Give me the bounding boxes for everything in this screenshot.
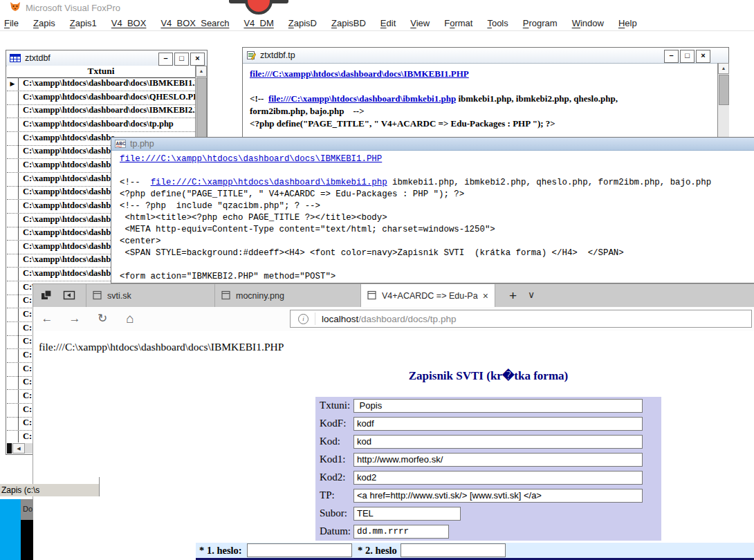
form-input-txtuni[interactable]: Popis	[353, 399, 643, 413]
record-marker-cell	[7, 200, 19, 213]
tab-preview-icon[interactable]	[62, 290, 76, 304]
info-icon[interactable]: i	[298, 314, 309, 324]
table-grid-icon	[10, 54, 21, 62]
scroll-left-icon[interactable]: ◀	[12, 443, 25, 454]
table-row[interactable]: C:\xampp\htdocs\dashboard\docs\IBMKEBI2.…	[7, 104, 195, 118]
zapisnik-form-table: Txtuni: PopisKodF:kodfKod:kodKod1:http:/…	[315, 397, 661, 541]
url-path[interactable]: /dashboard/docs/tp.php	[358, 314, 456, 324]
maximize-button[interactable]: □	[174, 53, 189, 66]
forward-icon[interactable]: →	[66, 310, 83, 328]
row-path-text: C:\xampp\htdocs\dashboard\docs\IBMKEBI1.…	[23, 78, 195, 88]
heslo1-label: * 1. heslo:	[199, 545, 242, 557]
minimize-button[interactable]: –	[158, 53, 173, 66]
browser-tab-3[interactable]: V4+ACARDC => Edu-Pa×	[360, 284, 495, 307]
menu-item-zapisd[interactable]: ZapisD	[288, 18, 317, 28]
maximize-button[interactable]: □	[680, 50, 695, 63]
new-tab-button[interactable]: +	[509, 288, 517, 304]
editor2-title-bar[interactable]: ABC tp.php	[111, 138, 754, 151]
browser-tab-2[interactable]: mocniny.png	[214, 284, 360, 307]
row-path-text: C:	[23, 350, 32, 360]
heslo2-input[interactable]	[401, 543, 506, 557]
page-heading: Zapisnik SVTI (kr�tka forma)	[315, 368, 661, 383]
heslo2-label: * 2. heslo	[358, 545, 397, 557]
form-label-kodf: KodF:	[320, 418, 346, 429]
record-marker-cell	[7, 118, 19, 131]
editor1-title-bar[interactable]: ztxtdbf.tp –□×	[243, 48, 728, 64]
file-link[interactable]: file:///C:\xampp\htdocs\dashboard\docs\I…	[250, 68, 469, 79]
menu-item-edit[interactable]: Edit	[380, 18, 396, 28]
tab-list-chevron-icon[interactable]: ∨	[528, 289, 535, 300]
foxpro-main-window: Microsoft Visual FoxPro FileZapisZapis1V…	[0, 0, 754, 560]
record-marker-cell	[7, 376, 19, 389]
code-line: <?php define("PAGE_TITLE", " V4+ACARDC =…	[250, 118, 555, 129]
form-input-tp[interactable]: <a href=http://www.svti.sk/> [www.svti.s…	[353, 489, 643, 503]
menu-item-format[interactable]: Format	[444, 18, 472, 28]
menu-item-zapisbd[interactable]: ZapisBD	[331, 18, 366, 28]
record-marker-cell	[7, 268, 19, 281]
menu-item-window[interactable]: Window	[572, 18, 604, 28]
menu-item-program[interactable]: Program	[523, 18, 558, 28]
close-icon[interactable]: ×	[483, 290, 488, 301]
heslo1-input[interactable]	[247, 543, 352, 557]
scroll-up-icon[interactable]: ▲	[196, 66, 207, 77]
menu-item-view[interactable]: View	[410, 18, 430, 28]
record-marker-cell	[7, 281, 19, 295]
row-path-text: C:	[23, 404, 32, 415]
form-label-tp: TP:	[320, 489, 335, 501]
file-link[interactable]: file:///C:\xampp\htdocs\dashboard\ibmkeb…	[268, 93, 456, 104]
refresh-icon[interactable]: ↻	[94, 310, 111, 328]
browser-tab-1[interactable]: svti.sk	[86, 284, 214, 307]
svg-text:ABC: ABC	[116, 141, 126, 146]
code-text: <!-- ?php include "qzacibm.php"; ? -->	[120, 201, 320, 211]
menu-item-zapis1[interactable]: Zapis1	[70, 18, 97, 28]
menu-item-zapis[interactable]: Zapis	[33, 18, 55, 28]
form-input-kod[interactable]: kod	[353, 435, 643, 449]
table-row[interactable]: ▶C:\xampp\htdocs\dashboard\docs\IBMKEBI1…	[7, 77, 195, 91]
record-marker-icon: ▶	[7, 77, 19, 91]
scrollbar-thumb[interactable]	[196, 77, 207, 145]
editor2-content[interactable]: file:///C:\xampp\htdocs\dashboard\docs\I…	[111, 150, 754, 283]
file-link[interactable]: file:///C:\xampp\htdocs\dashboard\ibmkeb…	[151, 178, 387, 187]
set-aside-tabs-icon[interactable]	[39, 290, 53, 304]
row-path-text: C:\xampp\htdocs\dashbo	[23, 187, 115, 197]
record-marker-cell	[7, 254, 19, 267]
menu-item-v4_dm[interactable]: V4_DM	[243, 18, 273, 28]
form-input-subor[interactable]: TEL	[353, 507, 461, 521]
column-header-txtuni[interactable]: Txtuni	[7, 66, 195, 78]
menu-item-file[interactable]: File	[4, 18, 19, 28]
minimize-button[interactable]: –	[664, 50, 679, 63]
row-path-text: C:\xampp\htdocs\dashbo	[23, 133, 115, 143]
address-bar[interactable]: i localhost /dashboard/docs/tp.php	[290, 310, 752, 328]
tab-label: mocniny.png	[236, 291, 284, 301]
form-input-kod1[interactable]: http://www.morfeo.sk/	[353, 453, 643, 467]
scrollbar-thumb[interactable]	[719, 75, 729, 105]
top-logo-fragment	[229, 0, 291, 14]
record-marker-cell	[7, 417, 19, 430]
browser-page: file:///C:\xampp\htdocs\dashboard\docs\I…	[33, 331, 754, 560]
url-host[interactable]: localhost	[322, 314, 358, 324]
form-input-kodf[interactable]: kodf	[353, 417, 643, 431]
browse-title-bar[interactable]: ztxtdbf –□×	[6, 50, 207, 66]
background-window-black-block	[21, 520, 33, 560]
file-link[interactable]: file:///C:\xampp\htdocs\dashboard\docs\I…	[120, 154, 382, 164]
form-label-txtuni: Txtuni:	[320, 400, 350, 411]
row-path-text: C:	[23, 323, 32, 333]
menu-item-help[interactable]: Help	[618, 18, 637, 28]
scroll-up-icon[interactable]: ▲	[718, 63, 729, 74]
record-marker-cell	[7, 186, 19, 199]
menu-item-v4_box[interactable]: V4_BOX	[111, 18, 147, 28]
row-path-text: C:	[23, 364, 32, 374]
form-input-kod2[interactable]: kod2	[353, 471, 643, 485]
form-input-datum[interactable]: dd.mm.rrrr	[353, 525, 449, 539]
back-icon[interactable]: ←	[39, 310, 55, 328]
home-icon[interactable]: ⌂	[122, 310, 138, 328]
menu-item-v4_box_search[interactable]: V4_BOX_Search	[160, 18, 229, 28]
table-row[interactable]: C:\xampp\htdocs\dashboard\docs\QHESLO.PH…	[7, 91, 195, 105]
close-button[interactable]: ×	[190, 53, 205, 66]
menu-item-tools[interactable]: Tools	[487, 18, 508, 28]
record-marker-cell	[7, 173, 19, 186]
row-path-text: C:\xampp\htdocs\dashbo	[23, 174, 115, 184]
close-button[interactable]: ×	[696, 50, 710, 63]
table-row[interactable]: C:\xampp\htdocs\dashboard\docs\tp.php	[7, 118, 195, 132]
record-pointer-block	[7, 443, 12, 454]
